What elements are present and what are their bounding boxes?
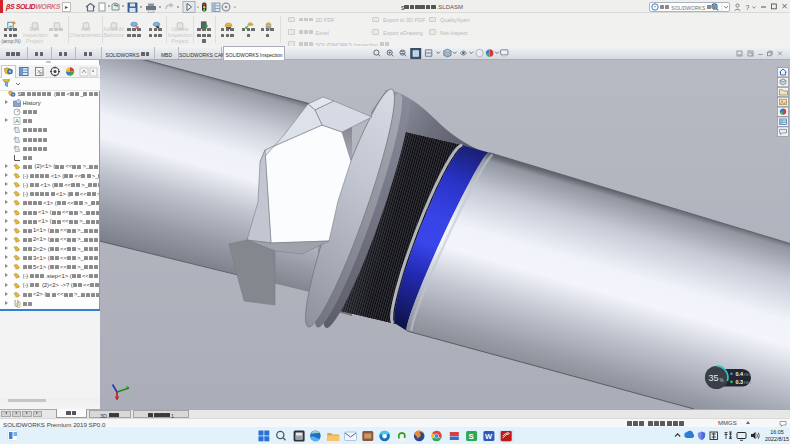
svg-text:%: % (720, 378, 724, 383)
svg-text:2022/8/15: 2022/8/15 (765, 436, 789, 442)
svg-text:A: A (15, 118, 19, 124)
svg-text:35: 35 (709, 373, 719, 383)
svg-text:S: S (469, 432, 475, 441)
svg-text:KB/s: KB/s (744, 381, 751, 385)
svg-text:?: ? (746, 4, 750, 11)
svg-text:16:05: 16:05 (770, 429, 784, 435)
svg-text:0.3: 0.3 (736, 379, 744, 385)
svg-text:W: W (485, 432, 493, 441)
svg-text:KB/s: KB/s (744, 373, 751, 377)
svg-text:0.4: 0.4 (736, 371, 745, 377)
